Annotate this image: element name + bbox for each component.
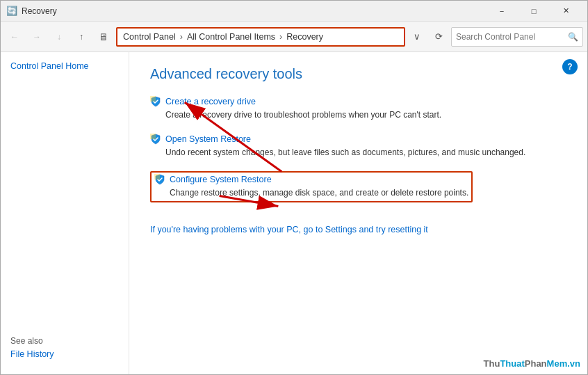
main-area: Control Panel Home See also File History…: [1, 52, 587, 374]
shield-icon-2: [150, 134, 161, 145]
watermark-phan: Phan: [525, 358, 547, 369]
down-button[interactable]: ↓: [49, 27, 69, 47]
breadcrumb-sep1: ›: [180, 32, 183, 42]
configure-restore-desc: Change restore settings, manage disk spa…: [170, 187, 468, 199]
content-area: ? Advanced recovery tools Create a recov…: [129, 52, 587, 374]
tool-item-open-restore-header: Open System Restore: [150, 134, 566, 145]
shield-icon-3: [154, 174, 165, 185]
tool-item-create-recovery-header: Create a recovery drive: [150, 96, 566, 107]
svg-rect-0: [150, 96, 156, 102]
back-button[interactable]: ←: [5, 27, 24, 47]
title-bar: 🔄 Recovery − □ ✕: [1, 1, 587, 22]
address-bar: ← → ↓ ↑ 🖥 Control Panel › All Control Pa…: [1, 22, 587, 52]
watermark-mem: Mem: [547, 358, 568, 369]
breadcrumb-part2: All Control Panel Items: [187, 32, 275, 42]
computer-icon-button[interactable]: 🖥: [94, 27, 113, 47]
watermark: ThuThuatPhanMem.vn: [484, 358, 580, 369]
create-recovery-desc: Create a recovery drive to troubleshoot …: [165, 109, 566, 121]
svg-rect-2: [154, 174, 160, 179]
up-button[interactable]: ↑: [72, 27, 91, 47]
address-dropdown-button[interactable]: ∨: [408, 28, 426, 46]
open-restore-desc: Undo recent system changes, but leave fi…: [165, 147, 566, 159]
watermark-thu: Thu: [484, 358, 500, 369]
see-also-label: See also: [10, 336, 119, 346]
window-icon: 🔄: [6, 6, 17, 17]
breadcrumb-sep2: ›: [279, 32, 282, 42]
window-controls: − □ ✕: [486, 1, 582, 22]
window: 🔄 Recovery − □ ✕ ← → ↓ ↑ 🖥 Control Panel…: [0, 0, 588, 375]
settings-reset-link[interactable]: If you're having problems with your PC, …: [150, 225, 428, 234]
tool-item-create-recovery: Create a recovery drive Create a recover…: [150, 96, 566, 121]
configure-restore-link[interactable]: Configure System Restore: [170, 175, 272, 184]
address-box[interactable]: Control Panel › All Control Panel Items …: [116, 27, 405, 47]
sidebar-bottom: See also File History: [10, 336, 119, 359]
breadcrumb-part1: Control Panel: [123, 32, 176, 42]
tool-item-configure-restore-header: Configure System Restore: [154, 174, 468, 185]
open-restore-link[interactable]: Open System Restore: [165, 134, 251, 144]
search-box[interactable]: 🔍: [451, 27, 583, 47]
help-button[interactable]: ?: [562, 59, 578, 74]
svg-rect-1: [150, 134, 156, 139]
tool-item-open-restore: Open System Restore Undo recent system c…: [150, 134, 566, 159]
refresh-button[interactable]: ⟳: [429, 27, 448, 47]
shield-icon-1: [150, 96, 161, 107]
window-title: Recovery: [22, 6, 486, 16]
search-icon[interactable]: 🔍: [568, 32, 578, 42]
close-button[interactable]: ✕: [550, 1, 582, 22]
file-history-link[interactable]: File History: [10, 349, 54, 359]
sidebar: Control Panel Home See also File History: [1, 52, 129, 374]
minimize-button[interactable]: −: [486, 1, 518, 22]
watermark-thuat: Thuat: [500, 358, 524, 369]
forward-button[interactable]: →: [27, 27, 47, 47]
breadcrumb-part3: Recovery: [286, 32, 323, 42]
sidebar-home-link[interactable]: Control Panel Home: [10, 61, 89, 71]
maximize-button[interactable]: □: [518, 1, 550, 22]
sidebar-top: Control Panel Home: [10, 61, 119, 71]
create-recovery-link[interactable]: Create a recovery drive: [165, 97, 256, 106]
content-title: Advanced recovery tools: [150, 66, 566, 82]
tool-item-configure-restore: Configure System Restore Change restore …: [150, 171, 566, 203]
search-input[interactable]: [456, 32, 565, 42]
watermark-vn: .vn: [567, 358, 580, 369]
configure-restore-box: Configure System Restore Change restore …: [150, 171, 473, 203]
